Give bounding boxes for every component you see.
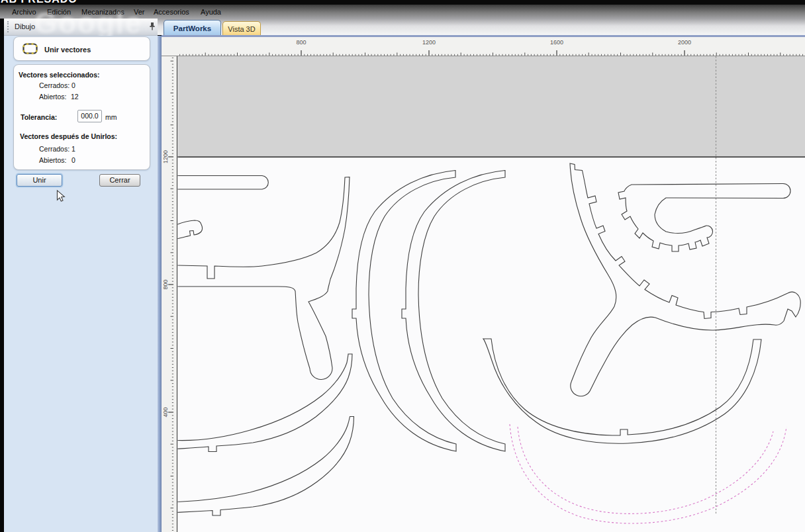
svg-text:800: 800 xyxy=(162,279,169,289)
svg-text:2000: 2000 xyxy=(678,39,691,46)
svg-text:1600: 1600 xyxy=(550,39,563,46)
svg-text:1200: 1200 xyxy=(162,150,169,163)
svg-text:400: 400 xyxy=(162,407,169,417)
svg-text:800: 800 xyxy=(296,39,306,46)
svg-text:1200: 1200 xyxy=(422,39,436,46)
